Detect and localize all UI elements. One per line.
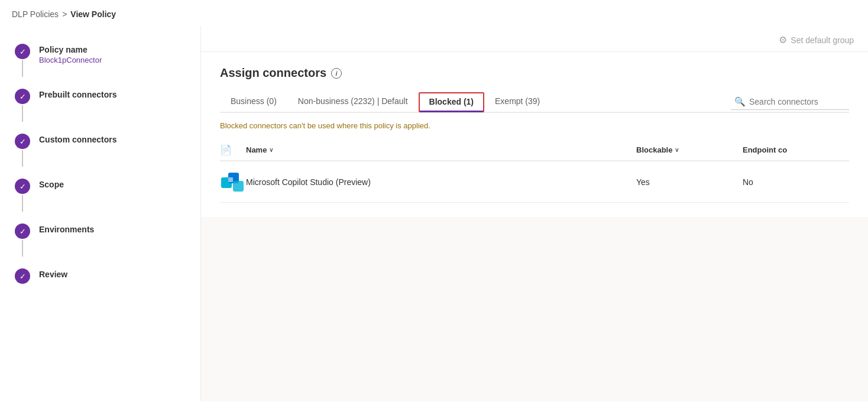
breadcrumb-parent[interactable]: DLP Policies	[12, 9, 59, 19]
top-toolbar: ⚙ Set default group	[201, 26, 868, 52]
sidebar-step-environments[interactable]: ✓Environments	[0, 218, 200, 263]
breadcrumb-current: View Policy	[70, 9, 116, 19]
step-line-prebuilt-connectors	[22, 105, 23, 122]
col-name[interactable]: Name ∨	[246, 144, 636, 155]
breadcrumb-sep: >	[62, 9, 67, 19]
connectors-table: 📄 Name ∨ Blockable ∨ Endpoint co	[220, 140, 849, 203]
assign-connectors-section: Assign connectors i Business (0) Non-bus…	[201, 52, 868, 217]
breadcrumb: DLP Policies > View Policy	[0, 0, 868, 26]
search-connectors-input[interactable]	[749, 97, 844, 106]
assign-title-text: Assign connectors	[220, 66, 326, 80]
step-sub-policy-name: Block1pConnector	[39, 56, 102, 64]
sidebar: ✓Policy nameBlock1pConnector✓Prebuilt co…	[0, 26, 201, 401]
sidebar-step-review[interactable]: ✓Review	[0, 263, 200, 290]
step-circle-review: ✓	[15, 268, 30, 284]
step-label-review: Review	[39, 270, 67, 279]
step-circle-custom-connectors: ✓	[15, 134, 30, 149]
sidebar-step-prebuilt-connectors[interactable]: ✓Prebuilt connectors	[0, 83, 200, 128]
search-connectors-box: 🔍	[731, 94, 849, 110]
step-label-environments: Environments	[39, 225, 94, 234]
tab-non-business[interactable]: Non-business (2232) | Default	[287, 92, 419, 112]
tab-exempt[interactable]: Exempt (39)	[484, 92, 550, 112]
step-circle-policy-name: ✓	[15, 44, 30, 59]
step-circle-prebuilt-connectors: ✓	[15, 89, 30, 104]
step-label-policy-name: Policy name	[39, 45, 102, 54]
info-icon[interactable]: i	[331, 68, 342, 79]
connector-blockable: Yes	[636, 177, 743, 187]
step-line-scope	[22, 195, 23, 212]
connector-endpoint: No	[743, 177, 849, 187]
step-label-scope: Scope	[39, 180, 64, 189]
col-blockable[interactable]: Blockable ∨	[636, 144, 743, 155]
name-sort-icon: ∨	[269, 147, 273, 153]
step-label-prebuilt-connectors: Prebuilt connectors	[39, 90, 116, 99]
svg-rect-2	[233, 181, 244, 192]
step-circle-scope: ✓	[15, 179, 30, 194]
col-icon: 📄	[220, 144, 246, 155]
step-circle-environments: ✓	[15, 223, 30, 239]
tabs-row: Business (0) Non-business (2232) | Defau…	[220, 92, 849, 113]
table-row: Microsoft Copilot Studio (Preview) Yes N…	[220, 161, 849, 203]
tab-business[interactable]: Business (0)	[220, 92, 287, 112]
col-endpoint: Endpoint co	[743, 144, 849, 155]
step-line-custom-connectors	[22, 150, 23, 167]
step-label-custom-connectors: Custom connectors	[39, 135, 116, 144]
svg-rect-3	[228, 177, 233, 182]
connector-icon-cell	[220, 169, 246, 195]
blocked-info-text: Blocked connectors can't be used where t…	[220, 121, 849, 130]
search-icon: 🔍	[734, 96, 746, 107]
main-content: ⚙ Set default group Assign connectors i …	[201, 26, 868, 401]
sidebar-step-scope[interactable]: ✓Scope	[0, 173, 200, 218]
step-line-policy-name	[22, 60, 23, 77]
doc-icon: 📄	[220, 144, 232, 155]
copilot-studio-icon	[220, 169, 246, 195]
sidebar-step-custom-connectors[interactable]: ✓Custom connectors	[0, 128, 200, 173]
sidebar-step-policy-name[interactable]: ✓Policy nameBlock1pConnector	[0, 38, 200, 83]
step-line-environments	[22, 240, 23, 257]
table-header: 📄 Name ∨ Blockable ∨ Endpoint co	[220, 140, 849, 161]
blockable-sort-icon: ∨	[675, 147, 679, 153]
assign-title: Assign connectors i	[220, 66, 849, 80]
set-default-label: Set default group	[791, 35, 854, 45]
connector-name: Microsoft Copilot Studio (Preview)	[246, 177, 636, 187]
gear-icon: ⚙	[779, 34, 787, 46]
tab-blocked[interactable]: Blocked (1)	[419, 92, 484, 112]
set-default-group-button[interactable]: ⚙ Set default group	[779, 34, 854, 46]
